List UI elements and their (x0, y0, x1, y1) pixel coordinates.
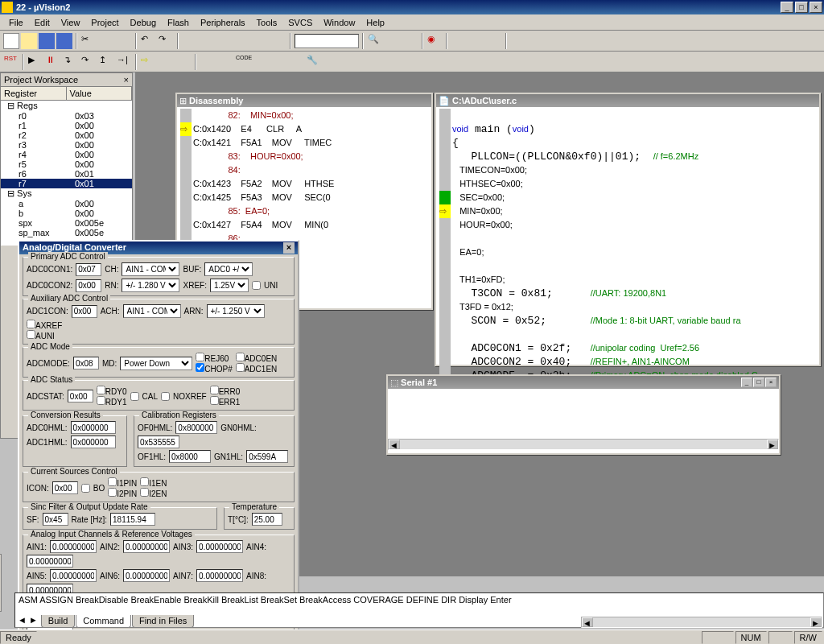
menu-window[interactable]: Window (318, 16, 360, 29)
adc1con-input[interactable] (72, 305, 97, 318)
disasm-window-icon[interactable] (200, 54, 216, 70)
menu-peripherals[interactable]: Peripherals (195, 16, 251, 29)
bookmark-next-icon[interactable] (235, 33, 251, 49)
adc0hml-input[interactable] (71, 421, 116, 434)
close-button[interactable]: × (810, 2, 822, 13)
step-icon[interactable]: ↴ (63, 54, 79, 70)
paste-icon[interactable] (116, 33, 132, 49)
serial-scrollbar[interactable]: ◄► (388, 439, 779, 450)
find-combo[interactable] (295, 34, 359, 48)
i1en-checkbox[interactable] (140, 477, 149, 486)
menu-svcs[interactable]: SVCS (282, 16, 318, 29)
menu-project[interactable]: Project (85, 16, 124, 29)
toolbox-icon[interactable]: 🔧 (306, 54, 322, 70)
indent-left-icon[interactable] (182, 33, 198, 49)
about-icon[interactable] (563, 33, 579, 49)
menu-help[interactable]: Help (360, 16, 390, 29)
stop-icon[interactable]: ⏸ (45, 54, 61, 70)
help-icon[interactable] (546, 33, 562, 49)
replace-icon[interactable] (402, 33, 418, 49)
adc1hml-input[interactable] (71, 436, 116, 448)
source-body[interactable]: void main (void) { PLLCON=((PLLCON&0xf0)… (436, 107, 819, 384)
menu-edit[interactable]: Edit (29, 16, 56, 29)
save-icon[interactable] (39, 33, 55, 49)
window-output-icon[interactable] (468, 33, 484, 49)
ain1-input[interactable] (50, 540, 97, 553)
copy-icon[interactable] (98, 33, 114, 49)
cut-icon[interactable]: ✂ (80, 33, 97, 49)
code-coverage-icon[interactable]: CODE (235, 54, 251, 70)
step-over-icon[interactable]: ↷ (80, 54, 97, 70)
col-value[interactable]: Value (67, 87, 133, 100)
ain3-input[interactable] (196, 540, 243, 553)
minimize-button[interactable]: _ (781, 2, 793, 13)
uni-checkbox[interactable] (252, 281, 261, 290)
memory-window-icon[interactable] (270, 54, 286, 70)
serial-min-button[interactable]: _ (741, 378, 752, 387)
serial-window-icon[interactable] (253, 54, 269, 70)
err1-checkbox[interactable] (210, 396, 219, 405)
serial-max-button[interactable]: □ (753, 378, 764, 387)
icon-input[interactable] (52, 481, 78, 494)
ach-select[interactable]: AIN1 - COM (123, 304, 181, 318)
register-tree[interactable]: ⊟ Regs r00x03 r10x00 r20x00 r30x00 r40x0… (1, 101, 132, 246)
ch-select[interactable]: AIN1 - COM (122, 262, 179, 276)
adc-close-button[interactable]: × (283, 242, 295, 254)
adc0en-checkbox[interactable] (236, 353, 245, 361)
xref-select[interactable]: 1.25V (210, 279, 249, 292)
buf-select[interactable]: ADC0 +/- (204, 262, 253, 276)
ain4-input[interactable] (27, 555, 73, 568)
step-out-icon[interactable]: ↥ (98, 54, 114, 70)
adc0con2-input[interactable] (76, 279, 101, 292)
breakpoint-disable-icon[interactable] (175, 54, 192, 70)
gn1hl-input[interactable] (246, 450, 288, 463)
adcmode-input[interactable] (73, 357, 99, 369)
debug-icon[interactable]: ◉ (426, 33, 443, 49)
ain5-input[interactable] (50, 569, 97, 582)
rn-select[interactable]: +/- 1.280 V (122, 279, 179, 292)
menu-debug[interactable]: Debug (125, 16, 162, 29)
run-icon[interactable]: ▶ (27, 54, 43, 70)
output-scrollbar[interactable]: ◄► (581, 617, 822, 628)
adc-dialog[interactable]: Analog/Digital Converter × Primary ADC C… (18, 240, 299, 644)
menu-view[interactable]: View (56, 16, 86, 29)
temp-input[interactable] (252, 513, 282, 526)
saveall-icon[interactable] (56, 33, 72, 49)
reset-icon[interactable]: RST (3, 54, 19, 70)
serial-close-button[interactable]: × (765, 378, 777, 387)
sf-input[interactable] (43, 513, 68, 526)
show-next-icon[interactable]: ⇨ (140, 54, 156, 70)
bookmark-prev-icon[interactable] (253, 33, 269, 49)
md-select[interactable]: Power Down (120, 357, 192, 370)
tab-command[interactable]: Command (76, 615, 131, 628)
bookmark-clear-icon[interactable] (270, 33, 286, 49)
menu-flash[interactable]: Flash (162, 16, 195, 29)
options-icon[interactable] (528, 33, 544, 49)
indent-right-icon[interactable] (200, 33, 216, 49)
window-books-icon[interactable] (486, 33, 502, 49)
tab-build[interactable]: Build (41, 615, 75, 628)
adc0con1-input[interactable] (76, 263, 101, 276)
of0hml-input[interactable] (175, 421, 217, 434)
menu-file[interactable]: File (3, 16, 29, 29)
i2pin-checkbox[interactable] (108, 488, 117, 497)
err0-checkbox[interactable] (210, 386, 219, 394)
bookmark-icon[interactable] (217, 33, 233, 49)
performance-icon[interactable] (288, 54, 304, 70)
auni-checkbox[interactable] (27, 330, 35, 339)
menu-tools[interactable]: Tools (251, 16, 283, 29)
axref-checkbox[interactable] (27, 320, 35, 328)
new-icon[interactable] (3, 33, 19, 49)
rate-input[interactable] (110, 513, 155, 526)
redo-icon[interactable]: ↷ (158, 33, 174, 49)
cal-checkbox[interactable] (130, 392, 139, 401)
window-workspace-icon[interactable] (451, 33, 467, 49)
open-icon[interactable] (21, 33, 37, 49)
print-icon[interactable] (510, 33, 526, 49)
gn0hml-input[interactable] (138, 436, 179, 448)
run-to-cursor-icon[interactable]: →| (116, 54, 132, 70)
chop-checkbox[interactable] (196, 363, 204, 372)
source-window[interactable]: 📄 C:\ADuC\user.c void main (void) { PLLC… (435, 93, 821, 366)
adcstat-input[interactable] (68, 390, 93, 402)
find-icon[interactable]: 🔍 (367, 33, 383, 49)
